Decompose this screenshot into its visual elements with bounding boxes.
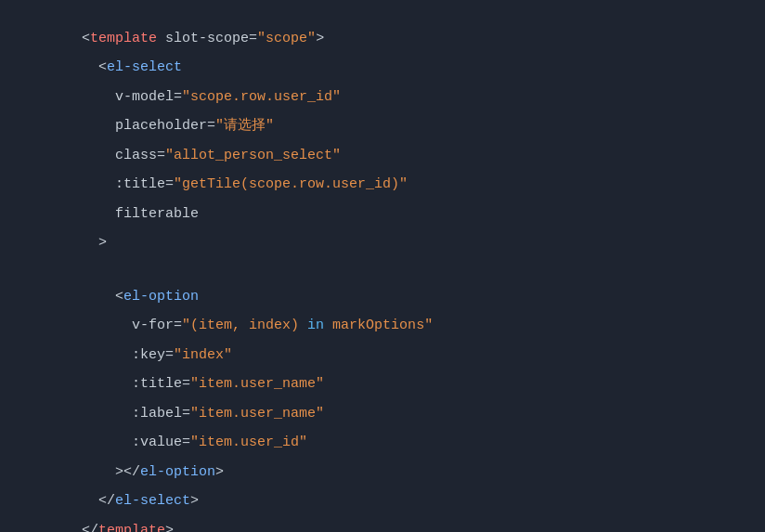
code-line-13: :title="item.user_name" bbox=[0, 351, 765, 380]
line-content-18: </template> bbox=[15, 498, 750, 533]
code-line-1: <template slot-scope="scope"> bbox=[0, 6, 765, 34]
code-editor: <template slot-scope="scope"> <el-select… bbox=[0, 0, 765, 532]
code-line-11: v-for="(item, index) in markOptions" bbox=[0, 292, 765, 321]
code-line-8: > bbox=[0, 210, 765, 239]
code-line-15: :value="item.user_id" bbox=[0, 409, 765, 438]
code-line-9 bbox=[0, 240, 765, 264]
code-line-18: </template> bbox=[0, 498, 765, 526]
code-line-10: <el-option bbox=[0, 264, 765, 292]
code-line-17: </el-select> bbox=[0, 468, 765, 497]
code-line-3: v-model="scope.row.user_id" bbox=[0, 64, 765, 93]
line-content-9 bbox=[15, 240, 750, 262]
code-line-4: placeholder="请选择" bbox=[0, 93, 765, 122]
code-line-2: <el-select bbox=[0, 34, 765, 63]
code-line-16: ></el-option> bbox=[0, 439, 765, 468]
code-line-5: class="allot_person_select" bbox=[0, 123, 765, 151]
code-line-6: :title="getTile(scope.row.user_id)" bbox=[0, 151, 765, 180]
code-line-12: :key="index" bbox=[0, 322, 765, 351]
code-line-7: filterable bbox=[0, 181, 765, 210]
code-line-14: :label="item.user_name" bbox=[0, 381, 765, 409]
